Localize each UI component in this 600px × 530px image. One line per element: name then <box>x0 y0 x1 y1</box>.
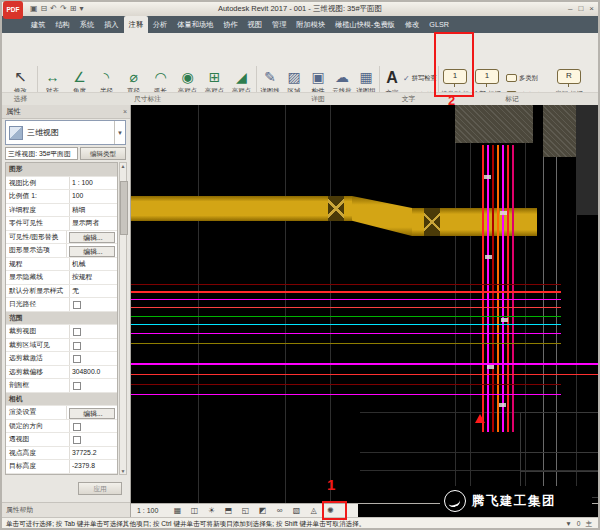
view-control-icon[interactable]: ◫ <box>188 504 201 517</box>
duct-damper[interactable] <box>424 208 440 236</box>
panel-label-tag[interactable]: 标记 <box>472 93 552 105</box>
chevron-down-icon[interactable]: ▼ <box>114 121 125 144</box>
ribbon-tab[interactable]: GLSR <box>424 16 454 33</box>
ribbon-tab[interactable]: 体量和场地 <box>172 16 218 33</box>
property-row[interactable]: 日光路径 <box>6 298 117 312</box>
property-value[interactable]: 编辑... <box>69 408 115 419</box>
tag-all-button[interactable]: 1 全部 标记 <box>472 66 502 92</box>
ribbon-tab[interactable]: 建筑 <box>26 16 50 33</box>
ribbon-tab[interactable]: 橄榄山快模-免费版 <box>330 16 400 33</box>
window-control-icon[interactable]: × <box>589 2 594 16</box>
pipe-tag[interactable] <box>499 403 506 407</box>
pipe-riser[interactable] <box>487 145 489 432</box>
pipe-horizontal[interactable] <box>131 384 561 385</box>
text-button[interactable]: A 文字 <box>381 66 403 92</box>
property-row[interactable]: 详细程度 精细 <box>6 204 117 218</box>
modify-button[interactable]: ↖ 修改 <box>4 66 37 92</box>
pipe-tag[interactable] <box>501 318 508 322</box>
property-value[interactable]: 304800.0 <box>70 366 117 379</box>
pipe-horizontal[interactable] <box>131 333 561 334</box>
view-control-icon[interactable]: ◱ <box>239 504 252 517</box>
pipe-tag[interactable] <box>484 175 491 179</box>
pipe-tag[interactable] <box>500 211 507 215</box>
duct-transition[interactable] <box>352 196 412 236</box>
dimension-tool-button[interactable]: ◢ 高程点 坡度 <box>228 66 255 92</box>
pdf-icon[interactable]: PDF <box>3 1 23 19</box>
properties-help-link[interactable]: 属性帮助 <box>2 502 130 517</box>
property-row[interactable]: 规程 机械 <box>6 258 117 272</box>
property-value[interactable]: 无 <box>70 285 117 298</box>
property-row[interactable]: 比例值 1: 100 <box>6 190 117 204</box>
property-row[interactable]: 可见性/图形替换 编辑... <box>6 231 117 245</box>
pipe-horizontal[interactable] <box>131 307 561 308</box>
pipe-horizontal[interactable] <box>131 394 561 395</box>
property-row[interactable]: 锁定的方向 <box>6 420 117 434</box>
property-value[interactable]: -2379.8 <box>70 460 117 473</box>
property-row[interactable]: 图形 <box>6 163 117 177</box>
pipe-riser[interactable] <box>497 145 499 432</box>
drawing-area[interactable] <box>131 105 598 503</box>
dimension-tool-button[interactable]: ↔ 对齐 <box>39 66 66 92</box>
pipe-riser[interactable] <box>492 145 494 432</box>
ribbon-tab[interactable]: 附加模块 <box>291 16 330 33</box>
property-row[interactable]: 显示隐藏线 按规程 <box>6 271 117 285</box>
pipe-horizontal[interactable] <box>131 374 598 375</box>
view-control-icon[interactable]: ∞ <box>273 504 286 517</box>
property-value[interactable] <box>70 298 117 311</box>
wall-section[interactable] <box>455 105 533 143</box>
property-value[interactable]: 100 <box>70 190 117 203</box>
detail-tool-button[interactable]: ▦ 详图组 <box>354 66 378 92</box>
type-selector[interactable]: 三维视图 ▼ <box>5 120 126 145</box>
window-control-icon[interactable]: □ <box>578 2 583 16</box>
property-row[interactable]: 视图比例 1 : 100 <box>6 177 117 191</box>
ribbon-tab[interactable]: 插入 <box>99 16 123 33</box>
ribbon-tab[interactable]: 修改 <box>400 16 424 33</box>
view-instance-combo[interactable]: 三维视图: 35#平面图 <box>5 147 78 160</box>
property-value[interactable] <box>70 325 117 338</box>
duct-damper[interactable] <box>328 196 344 221</box>
property-row[interactable]: 默认分析显示样式 无 <box>6 285 117 299</box>
property-row[interactable]: 裁剪视图 <box>6 325 117 339</box>
dimension-tool-button[interactable]: ◝ 半径 <box>93 66 120 92</box>
property-row[interactable]: 透视图 <box>6 433 117 447</box>
window-control-icon[interactable]: – <box>568 2 572 16</box>
property-value[interactable]: 显示两者 <box>70 217 117 230</box>
flow-arrow-marker[interactable] <box>475 414 485 423</box>
view-control-icon[interactable]: ☀ <box>205 504 218 517</box>
property-value[interactable]: 专用 <box>70 474 117 476</box>
ribbon-tab[interactable]: 分析 <box>148 16 172 33</box>
property-row[interactable]: 相机 <box>6 393 117 407</box>
property-row[interactable]: 图形显示选项 编辑... <box>6 244 117 258</box>
ribbon-tab[interactable]: 视图 <box>243 16 267 33</box>
dimension-tool-button[interactable]: ⊞ 高程点 坐标 <box>201 66 228 92</box>
property-row[interactable]: 目标高度 -2379.8 <box>6 460 117 474</box>
property-row[interactable]: 剖面框 <box>6 379 117 393</box>
scroll-down-icon[interactable]: ▼ <box>120 468 126 474</box>
duct-segment[interactable] <box>131 196 352 221</box>
property-value[interactable] <box>70 339 117 352</box>
property-row[interactable]: 裁剪区域可见 <box>6 339 117 353</box>
pipe-horizontal[interactable] <box>131 291 561 293</box>
property-value[interactable] <box>70 433 117 446</box>
property-row[interactable]: 零件可见性 显示两者 <box>6 217 117 231</box>
property-value[interactable] <box>70 420 117 433</box>
property-row[interactable]: 范围 <box>6 312 117 326</box>
property-row[interactable]: 远剪裁偏移 304800.0 <box>6 366 117 380</box>
view-control-icon[interactable]: ⬒ <box>222 504 235 517</box>
ribbon-tab[interactable]: 注释 <box>124 16 148 33</box>
edit-type-button[interactable]: 编辑类型 <box>80 147 126 160</box>
dimension-tool-button[interactable]: ◉ 高程点 <box>174 66 201 92</box>
room-tag-button[interactable]: R 房间 标记 <box>554 66 584 92</box>
pipe-horizontal[interactable] <box>131 343 561 344</box>
property-value[interactable]: 精细 <box>70 204 117 217</box>
ribbon-tab[interactable]: 结构 <box>50 16 74 33</box>
pipe-horizontal[interactable] <box>131 299 561 300</box>
panel-label-dimension[interactable]: 尺寸标注 <box>39 93 256 105</box>
pipe-horizontal[interactable] <box>131 316 561 317</box>
pipe-riser[interactable] <box>482 145 484 432</box>
scroll-up-icon[interactable]: ▲ <box>120 163 126 169</box>
dimension-tool-button[interactable]: ∠ 角度 <box>66 66 93 92</box>
property-row[interactable]: 渲染设置 编辑... <box>6 406 117 420</box>
pipe-tag[interactable] <box>487 365 494 369</box>
ribbon-tab[interactable]: 协作 <box>218 16 242 33</box>
